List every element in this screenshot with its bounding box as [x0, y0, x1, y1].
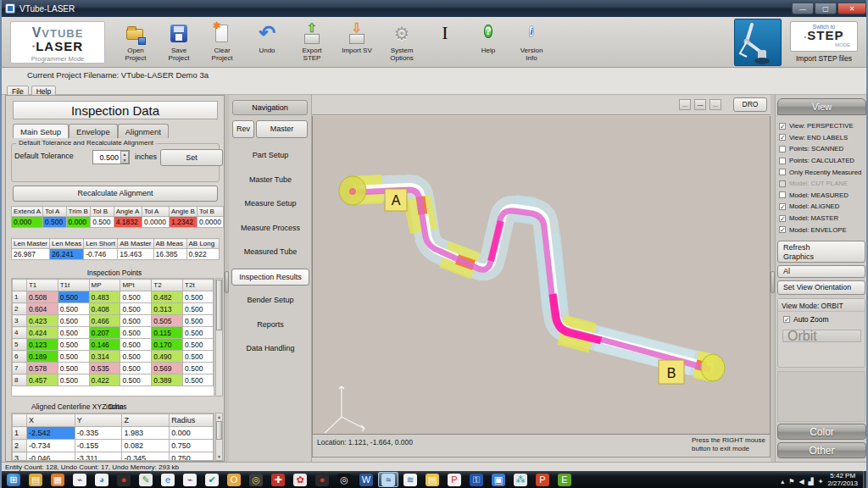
column-header[interactable]: Tol A [142, 207, 170, 217]
table-cell[interactable]: 0.422 [89, 374, 120, 386]
checkbox-icon[interactable]: ✓ [783, 316, 790, 323]
column-header[interactable]: MP [89, 280, 120, 291]
nav-item-measure-process[interactable]: Measure Process [231, 220, 309, 237]
taskbar-start-button[interactable]: ⊞ [3, 472, 24, 487]
view-panel-title[interactable]: View [777, 98, 866, 115]
nav-item-bender-setup[interactable]: Bender Setup [231, 292, 309, 309]
column-header[interactable]: T1 [26, 280, 58, 291]
checkbox-icon[interactable]: ✓ [779, 215, 786, 222]
table-cell[interactable]: 0.500 [183, 303, 214, 315]
view-option-model-envelope[interactable]: ✓Model: ENVELOPE [779, 224, 867, 236]
table-cell[interactable]: 16.385 [153, 249, 186, 260]
taskbar-powerpoint[interactable]: P [532, 472, 553, 487]
table-cell[interactable]: 0.490 [152, 351, 183, 363]
table-cell[interactable]: 0.115 [152, 327, 183, 339]
table-cell[interactable]: 0.408 [89, 303, 120, 315]
checkbox-icon[interactable] [779, 146, 786, 152]
tolerance-spinner[interactable]: ▲▼ [120, 151, 129, 164]
row-header[interactable]: 1 [13, 291, 27, 303]
taskbar-usb-tool[interactable]: ⌁ [70, 472, 90, 487]
taskbar-word[interactable]: W [356, 472, 376, 487]
rev-button[interactable]: Rev [232, 120, 254, 138]
view-option-model-master[interactable]: ✓Model: MASTER [779, 213, 867, 225]
table-cell[interactable]: 0.500 [183, 351, 214, 363]
undo-button[interactable]: ↶Undo [247, 23, 287, 54]
view-option-model-measured[interactable]: Model: MEASURED [779, 190, 867, 202]
view-option-only-recently-measured[interactable]: Only Recently Measured [779, 166, 867, 178]
table-cell[interactable]: 0.750 [170, 452, 214, 462]
table-cell[interactable]: 0.423 [26, 315, 58, 327]
column-header[interactable]: AB Long [186, 239, 219, 249]
table-cell[interactable]: 0.500 [120, 374, 152, 386]
recalculate-alignment-button[interactable]: Recalculate Alignment [13, 186, 218, 202]
column-header[interactable]: X [26, 414, 75, 427]
table-cell[interactable]: 0.500 [58, 291, 89, 303]
table-cell[interactable]: -0.046 [26, 452, 75, 462]
orbit-button[interactable]: Orbit [782, 330, 861, 342]
taskbar-keepass-lock[interactable]: ⚿ [466, 472, 487, 487]
checkbox-icon[interactable] [779, 158, 786, 164]
help-button[interactable]: ?Help [470, 23, 507, 54]
table-cell[interactable]: 0.500 [91, 217, 114, 228]
column-header[interactable]: Angle B [169, 207, 197, 217]
table-cell[interactable]: 0.313 [152, 303, 183, 315]
row-header[interactable]: 5 [13, 339, 27, 351]
row-header[interactable]: 3 [13, 315, 27, 327]
row-header[interactable]: 4 [13, 327, 27, 339]
tab-envelope[interactable]: Envelope [69, 124, 118, 138]
table-cell[interactable]: 0.500 [120, 303, 152, 315]
table-cell[interactable]: 0.482 [152, 291, 183, 303]
table-cell[interactable]: 0.389 [152, 374, 183, 386]
table-cell[interactable]: 0.508 [26, 291, 58, 303]
column-header[interactable]: T1t [58, 280, 89, 291]
taskbar-red-animal-app[interactable]: ✿ [290, 472, 310, 487]
table-cell[interactable]: 0.500 [120, 291, 152, 303]
column-header[interactable]: Tol B [91, 207, 114, 217]
nav-item-reports[interactable]: Reports [231, 317, 309, 334]
show-desktop-button[interactable] [863, 471, 868, 488]
column-header[interactable]: MPt [120, 280, 152, 291]
xyz-scrollbar[interactable]: ▲ ▼ [215, 413, 223, 461]
checkbox-icon[interactable]: ✓ [779, 226, 786, 233]
table-cell[interactable]: 0.500 [183, 339, 214, 351]
table-cell[interactable]: -0.345 [122, 452, 170, 462]
table-cell[interactable]: 0.500 [183, 291, 214, 303]
taskbar-usb-tool-2[interactable]: ⌁ [180, 472, 200, 487]
import-sv-button[interactable]: ⇩Import SV [337, 23, 377, 54]
row-header[interactable]: 6 [13, 351, 27, 363]
column-header[interactable]: Radius [170, 414, 214, 427]
column-header[interactable]: Angle A [114, 207, 142, 217]
scroll-down-icon[interactable]: ▼ [216, 453, 222, 460]
column-header[interactable] [13, 414, 27, 427]
table-cell[interactable]: 0.500 [183, 363, 214, 374]
table-cell[interactable]: 0.0000 [142, 217, 170, 228]
refresh-graphics-button[interactable]: RefreshGraphics [777, 241, 865, 263]
taskbar-red-app-1[interactable]: ● [114, 472, 134, 487]
column-header[interactable]: Y [75, 414, 122, 427]
view-option-points-scanned[interactable]: Points: SCANNED [779, 143, 867, 155]
close-button[interactable]: ✕ [837, 3, 866, 14]
nav-item-master-tube[interactable]: Master Tube [231, 172, 309, 189]
taskbar-red-app-2[interactable]: ● [312, 472, 332, 487]
table-cell[interactable]: 0.500 [120, 363, 152, 374]
table-cell[interactable]: -0.734 [26, 440, 75, 452]
tray-flag-icon[interactable]: ⚑ [788, 478, 794, 485]
table-cell[interactable]: 0.170 [152, 339, 183, 351]
other-button[interactable]: Other [777, 442, 866, 458]
taskbar-folder-window[interactable]: ▤ [422, 472, 442, 487]
row-header[interactable]: 7 [13, 363, 27, 374]
column-header[interactable]: Extend A [12, 207, 43, 217]
view-option-points-calculated[interactable]: Points: CALCULATED [779, 155, 867, 167]
table-cell[interactable]: 0.500 [58, 315, 89, 327]
nav-item-data-handling[interactable]: Data Handling [231, 341, 309, 358]
table-cell[interactable]: 0.000 [66, 217, 91, 228]
checkbox-icon[interactable] [779, 169, 786, 175]
table-cell[interactable]: 0.500 [43, 217, 67, 228]
row-header[interactable]: 2 [13, 440, 27, 452]
table-cell[interactable]: 0.457 [26, 374, 58, 386]
table-cell[interactable]: 26.241 [50, 249, 84, 260]
clear-project-button[interactable]: ✱Clear Project [203, 23, 241, 62]
tab-main-setup[interactable]: Main Setup [13, 124, 69, 138]
column-header[interactable]: Len Short [84, 239, 118, 249]
nav-item-inspection-results[interactable]: Inspection Results [231, 269, 309, 286]
